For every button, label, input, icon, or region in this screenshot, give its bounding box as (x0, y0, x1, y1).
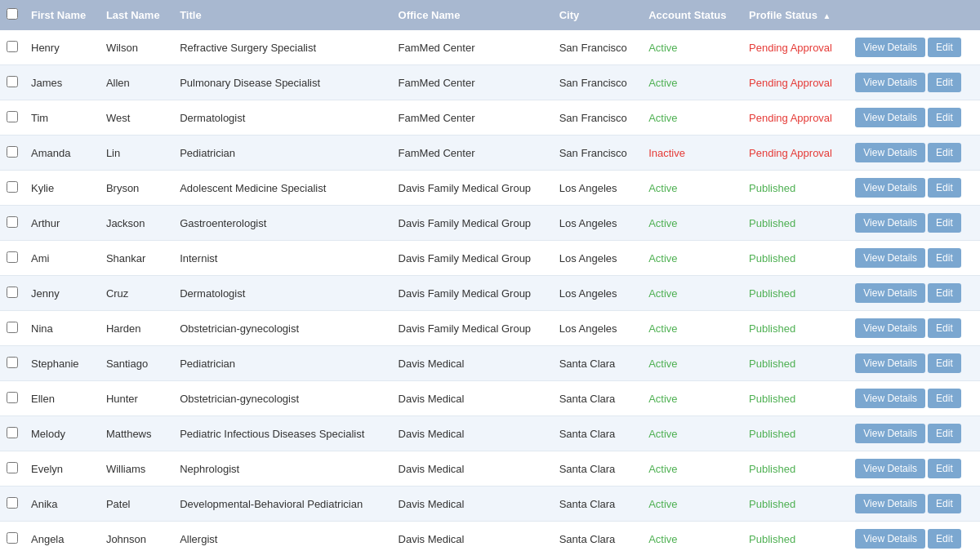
account-status-badge: Active (648, 112, 677, 124)
edit-button[interactable]: Edit (928, 178, 961, 198)
edit-button[interactable]: Edit (928, 38, 961, 57)
col-account-status[interactable]: Account Status (642, 0, 742, 30)
cell-profile-status: Published (742, 381, 849, 416)
cell-city: Santa Clara (553, 346, 642, 381)
cell-profile-status: Published (742, 311, 849, 346)
edit-button[interactable]: Edit (928, 213, 961, 233)
row-checkbox[interactable] (7, 462, 18, 473)
cell-first-name: Evelyn (24, 451, 100, 487)
row-checkbox[interactable] (7, 392, 18, 403)
cell-city: Los Angeles (553, 311, 642, 346)
col-office-name[interactable]: Office Name (392, 0, 553, 30)
row-checkbox[interactable] (7, 497, 18, 509)
row-checkbox[interactable] (7, 181, 18, 193)
cell-office-name: Davis Medical (392, 346, 553, 381)
view-details-button[interactable]: View Details (855, 248, 925, 268)
row-checkbox[interactable] (7, 111, 18, 122)
edit-button[interactable]: Edit (928, 143, 961, 162)
view-details-button[interactable]: View Details (855, 213, 925, 233)
cell-last-name: Jackson (100, 206, 173, 241)
row-checkbox-cell (0, 346, 24, 381)
cell-first-name: Henry (24, 30, 100, 65)
edit-button[interactable]: Edit (928, 73, 961, 92)
cell-actions: View DetailsEdit (849, 381, 980, 416)
view-details-button[interactable]: View Details (855, 318, 925, 338)
row-checkbox[interactable] (7, 427, 18, 438)
view-details-button[interactable]: View Details (855, 494, 925, 513)
row-checkbox[interactable] (7, 251, 18, 263)
view-details-button[interactable]: View Details (855, 389, 925, 408)
row-checkbox[interactable] (7, 146, 18, 158)
account-status-badge: Active (648, 252, 677, 264)
edit-button[interactable]: Edit (928, 459, 961, 478)
cell-account-status: Active (642, 381, 742, 416)
col-profile-status[interactable]: Profile Status ▲ (742, 0, 849, 30)
cell-actions: View DetailsEdit (849, 206, 980, 241)
cell-actions: View DetailsEdit (849, 416, 980, 451)
cell-title: Obstetrician-gynecologist (173, 381, 391, 416)
view-details-button[interactable]: View Details (855, 143, 925, 162)
col-last-name[interactable]: Last Name (100, 0, 173, 30)
row-checkbox-cell (0, 136, 24, 171)
account-status-badge: Active (648, 498, 677, 510)
select-all-checkbox[interactable] (7, 8, 18, 20)
cell-title: Internist (173, 241, 391, 276)
row-checkbox-cell (0, 241, 24, 276)
view-details-button[interactable]: View Details (855, 424, 925, 443)
edit-button[interactable]: Edit (928, 108, 961, 127)
cell-account-status: Active (642, 30, 742, 65)
profile-status-badge: Published (749, 252, 795, 264)
view-details-button[interactable]: View Details (855, 459, 925, 478)
view-details-button[interactable]: View Details (855, 73, 925, 92)
cell-actions: View DetailsEdit (849, 346, 980, 381)
cell-first-name: Arthur (24, 206, 100, 241)
cell-account-status: Active (642, 522, 742, 552)
col-first-name[interactable]: First Name (24, 0, 100, 30)
view-details-button[interactable]: View Details (855, 283, 925, 303)
edit-button[interactable]: Edit (928, 494, 961, 513)
col-title[interactable]: Title (173, 0, 391, 30)
view-details-button[interactable]: View Details (855, 178, 925, 198)
cell-office-name: Davis Family Medical Group (392, 276, 553, 311)
cell-city: Los Angeles (553, 276, 642, 311)
row-checkbox[interactable] (7, 76, 18, 87)
cell-office-name: FamMed Center (392, 65, 553, 100)
cell-office-name: Davis Medical (392, 522, 553, 552)
edit-button[interactable]: Edit (928, 529, 961, 549)
edit-button[interactable]: Edit (928, 283, 961, 303)
cell-first-name: James (24, 65, 100, 100)
edit-button[interactable]: Edit (928, 318, 961, 338)
row-checkbox[interactable] (7, 357, 18, 368)
cell-title: Nephrologist (173, 451, 391, 487)
cell-city: Santa Clara (553, 381, 642, 416)
view-details-button[interactable]: View Details (855, 529, 925, 549)
edit-button[interactable]: Edit (928, 248, 961, 268)
account-status-badge: Active (648, 393, 677, 405)
row-checkbox-cell (0, 276, 24, 311)
view-details-button[interactable]: View Details (855, 108, 925, 127)
cell-title: Pulmonary Disease Specialist (173, 65, 391, 100)
row-checkbox-cell (0, 311, 24, 346)
account-status-badge: Active (648, 287, 677, 300)
table-row: NinaHardenObstetrician-gynecologistDavis… (0, 311, 980, 346)
cell-title: Pediatric Infectious Diseases Specialist (173, 416, 391, 451)
row-checkbox[interactable] (7, 216, 18, 228)
edit-button[interactable]: Edit (928, 389, 961, 408)
view-details-button[interactable]: View Details (855, 38, 925, 57)
edit-button[interactable]: Edit (928, 353, 961, 373)
row-checkbox-cell (0, 206, 24, 241)
cell-office-name: FamMed Center (392, 30, 553, 65)
row-checkbox[interactable] (7, 287, 18, 298)
view-details-button[interactable]: View Details (855, 353, 925, 373)
row-checkbox[interactable] (7, 532, 18, 544)
cell-last-name: Santiago (100, 346, 173, 381)
table-row: EllenHunterObstetrician-gynecologistDavi… (0, 381, 980, 416)
table-row: HenryWilsonRefractive Surgery Specialist… (0, 30, 980, 65)
edit-button[interactable]: Edit (928, 424, 961, 443)
cell-first-name: Kylie (24, 171, 100, 206)
row-checkbox[interactable] (7, 322, 18, 333)
row-checkbox[interactable] (7, 41, 18, 52)
row-checkbox-cell (0, 65, 24, 100)
cell-profile-status: Pending Approval (742, 65, 849, 100)
col-city[interactable]: City (553, 0, 642, 30)
